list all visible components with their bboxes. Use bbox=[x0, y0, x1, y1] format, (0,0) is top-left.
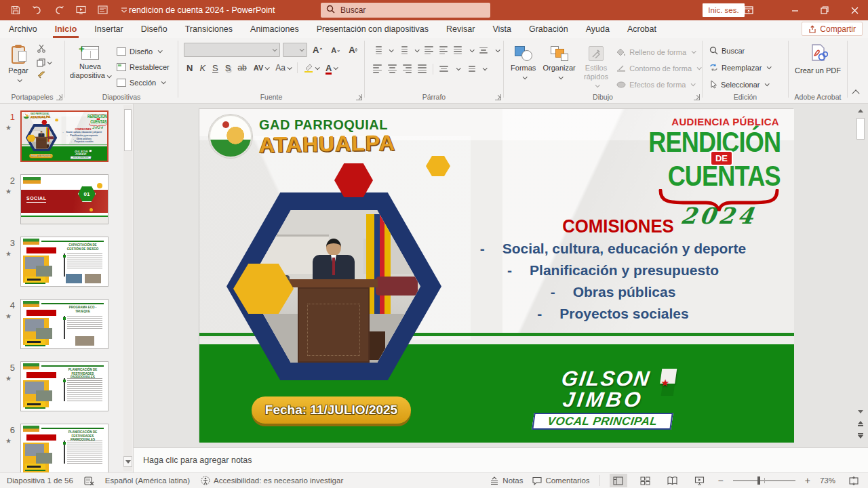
slide-1[interactable]: GAD PARROQUIAL ATAHUALPA AUDIENCIA PÚBLI… bbox=[199, 109, 794, 443]
bullets-icon[interactable] bbox=[373, 45, 381, 56]
bold-button[interactable]: N bbox=[184, 63, 195, 73]
justify-icon[interactable] bbox=[418, 63, 427, 74]
speaker-role-badge[interactable]: VOCAL PRINCIPAL bbox=[71, 157, 92, 159]
slide-sorter-view-icon[interactable] bbox=[637, 474, 654, 487]
tab-grabacion[interactable]: Grabación bbox=[520, 20, 577, 38]
gad-atahualpa-logo[interactable] bbox=[209, 115, 252, 158]
slide-scrollbar[interactable] bbox=[856, 106, 865, 445]
increase-font-icon[interactable]: A⌃ bbox=[310, 45, 326, 55]
character-spacing-button[interactable]: AV bbox=[251, 64, 271, 72]
speaker-role-badge[interactable]: VOCAL PRINCIPAL bbox=[532, 413, 673, 430]
format-painter-icon[interactable] bbox=[37, 70, 51, 82]
shape-outline-button[interactable]: Contorno de forma bbox=[616, 61, 701, 75]
thumbnail-slide-1[interactable]: 1 ★ GAD PARROQUIAL ATAHUALPA AUDIENCIA P… bbox=[0, 110, 133, 165]
tab-animaciones[interactable]: Animaciones bbox=[241, 20, 308, 38]
select-button[interactable]: Seleccionar bbox=[709, 77, 788, 92]
title-de-badge[interactable]: DE bbox=[97, 118, 100, 120]
dialog-launcher-icon[interactable] bbox=[356, 94, 362, 100]
font-color-button[interactable]: A bbox=[323, 63, 340, 73]
scroll-down-icon[interactable] bbox=[856, 407, 865, 416]
zoom-level[interactable]: 73% bbox=[820, 476, 835, 485]
slide-canvas[interactable]: GAD PARROQUIAL ATAHUALPA AUDIENCIA PÚBLI… bbox=[199, 108, 793, 442]
replace-button[interactable]: Reemplazar bbox=[709, 60, 788, 75]
slide-reset-button[interactable]: Restablecer bbox=[117, 60, 170, 74]
dialog-launcher-icon[interactable] bbox=[495, 94, 501, 100]
restore-button[interactable] bbox=[811, 0, 838, 20]
create-pdf-button[interactable]: Crear un PDF bbox=[789, 38, 847, 75]
tab-acrobat[interactable]: Acrobat bbox=[618, 20, 665, 38]
ribbon-display-options-icon[interactable] bbox=[735, 0, 762, 20]
strikethrough-button[interactable]: ab bbox=[235, 63, 249, 73]
quick-styles-button[interactable]: Estilos rápidos bbox=[583, 42, 610, 92]
decrease-font-icon[interactable]: A⌄ bbox=[328, 46, 343, 54]
zoom-slider-handle[interactable] bbox=[757, 476, 760, 485]
comisiones-heading[interactable]: COMISIONES bbox=[470, 216, 766, 237]
line-spacing-icon[interactable] bbox=[454, 45, 462, 56]
shapes-button[interactable]: Formas bbox=[511, 42, 536, 92]
share-button[interactable]: Compartir bbox=[802, 22, 863, 36]
gad-atahualpa-logo[interactable] bbox=[23, 113, 29, 119]
minimize-button[interactable] bbox=[781, 0, 808, 20]
search-box[interactable] bbox=[321, 3, 490, 18]
thumbnail-slide-4[interactable]: 4 ★ PROGRAMA ECO - TRUEQUE bbox=[0, 299, 133, 353]
scrollbar-thumb[interactable] bbox=[124, 109, 132, 151]
thumbnail-scrollbar[interactable] bbox=[123, 105, 132, 471]
comments-toggle[interactable]: Comentarios bbox=[532, 476, 589, 485]
new-slide-button[interactable]: + Nueva diapositiva bbox=[69, 42, 111, 89]
cut-icon[interactable] bbox=[37, 43, 51, 56]
find-button[interactable]: Buscar bbox=[709, 43, 788, 58]
speaker-name[interactable]: GILSON JIMBO ★ bbox=[71, 150, 90, 156]
close-button[interactable] bbox=[841, 0, 868, 20]
title-rendicion[interactable]: RENDICIÓN bbox=[84, 115, 107, 119]
increase-indent-icon[interactable] bbox=[439, 45, 448, 56]
tab-insertar[interactable]: Insertar bbox=[85, 20, 132, 38]
scrollbar-thumb[interactable] bbox=[856, 118, 865, 140]
title-de-badge[interactable]: DE bbox=[711, 152, 732, 165]
paste-button[interactable]: Pegar bbox=[4, 42, 33, 83]
thumbnail-slide-6[interactable]: 6 ★ PLANIFICACIÓN DE FESTIVIDADES PARROQ… bbox=[0, 424, 133, 472]
tab-inicio[interactable]: Inicio bbox=[46, 20, 86, 38]
previous-slide-icon[interactable] bbox=[856, 419, 865, 428]
smartart-icon[interactable] bbox=[466, 64, 475, 73]
title-rendicion[interactable]: RENDICIÓN bbox=[623, 125, 781, 159]
normal-view-icon[interactable] bbox=[610, 474, 627, 487]
slideshow-view-icon[interactable] bbox=[691, 474, 709, 487]
tab-vista[interactable]: Vista bbox=[484, 20, 520, 38]
date-pill[interactable]: Fecha: 11/JULIO/2025 bbox=[29, 154, 52, 158]
align-center-icon[interactable] bbox=[388, 63, 397, 74]
copy-icon[interactable] bbox=[37, 58, 51, 67]
slide-counter[interactable]: Diapositiva 1 de 56 bbox=[7, 476, 73, 485]
accessibility-status[interactable]: Accesibilidad: es necesario investigar bbox=[201, 476, 343, 485]
notes-toggle[interactable]: Notas bbox=[490, 476, 523, 485]
align-left-icon[interactable] bbox=[373, 63, 382, 74]
text-highlight-icon[interactable] bbox=[301, 63, 321, 73]
clear-formatting-icon[interactable]: A◊ bbox=[346, 45, 360, 55]
commissions-list[interactable]: -Social, cultura, educación y deporte -P… bbox=[58, 131, 107, 144]
font-size-select[interactable] bbox=[283, 43, 307, 57]
collapse-ribbon-icon[interactable] bbox=[852, 89, 859, 97]
zoom-out-button[interactable]: − bbox=[718, 475, 724, 486]
tab-revisar[interactable]: Revisar bbox=[437, 20, 484, 38]
save-icon[interactable] bbox=[9, 4, 22, 16]
date-pill[interactable]: Fecha: 11/JULIO/2025 bbox=[252, 396, 411, 424]
numbering-icon[interactable] bbox=[399, 45, 407, 56]
tab-presentacion[interactable]: Presentación con diapositivas bbox=[308, 20, 437, 38]
next-slide-icon[interactable] bbox=[856, 431, 865, 441]
underline-button[interactable]: S bbox=[210, 63, 221, 73]
shape-fill-button[interactable]: Relleno de forma bbox=[616, 45, 701, 59]
shape-effects-button[interactable]: Efectos de forma bbox=[616, 77, 701, 92]
text-direction-icon[interactable] bbox=[479, 46, 488, 55]
logo-text-name[interactable]: ATAHUALPA bbox=[259, 130, 396, 158]
notes-pane[interactable]: Haga clic para agregar notas bbox=[134, 447, 868, 472]
spellcheck-icon[interactable] bbox=[84, 476, 94, 485]
fit-to-window-icon[interactable] bbox=[845, 474, 863, 487]
search-input[interactable] bbox=[340, 5, 462, 15]
redo-icon[interactable] bbox=[53, 4, 65, 16]
italic-button[interactable]: K bbox=[197, 63, 208, 73]
align-right-icon[interactable] bbox=[403, 63, 412, 74]
thumbnail-slide-3[interactable]: 3 ★ CAPACITACIÓN DE GESTIÓN DE RIESGO bbox=[0, 237, 133, 291]
tab-archivo[interactable]: Archivo bbox=[0, 20, 46, 38]
columns-icon[interactable] bbox=[439, 64, 448, 73]
start-slideshow-icon[interactable] bbox=[75, 4, 87, 16]
slide-1[interactable]: GAD PARROQUIAL ATAHUALPA AUDIENCIA PÚBLI… bbox=[22, 112, 108, 161]
